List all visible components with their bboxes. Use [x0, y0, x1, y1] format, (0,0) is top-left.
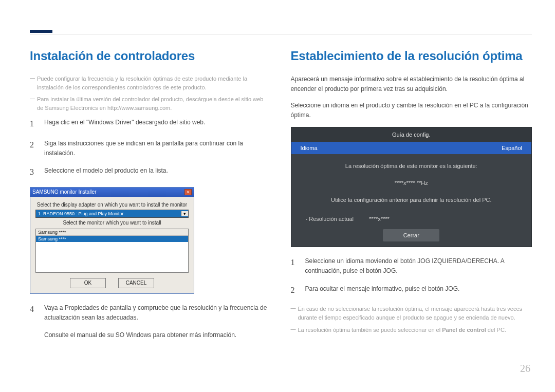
step-item: 1 Haga clic en el "Windows Driver" desca…: [30, 118, 271, 130]
dropdown-value: 1. RADEON 9550 : Plug and Play Monitor: [36, 211, 181, 216]
step-item: 1 Seleccione un idioma moviendo el botón…: [291, 256, 532, 275]
step-number: 2: [30, 139, 37, 158]
note-text: Puede configurar la frecuencia y la reso…: [30, 74, 271, 92]
step-text: Siga las instrucciones que se indican en…: [44, 139, 271, 158]
osd-message: La resolución óptima de este monitor es …: [291, 154, 532, 212]
installer-dialog: SAMSUNG monitor Installer × Select the d…: [30, 187, 194, 294]
installer-title: SAMSUNG monitor Installer: [32, 189, 96, 195]
step-item: 3 Seleccione el modelo del producto en l…: [30, 166, 271, 179]
adapter-dropdown[interactable]: 1. RADEON 9550 : Plug and Play Monitor ▾: [35, 210, 189, 218]
installer-buttons: OK CANCEL: [35, 273, 189, 288]
osd-resolution-row: Resolución actual ****x****: [291, 212, 532, 229]
chevron-down-icon[interactable]: ▾: [181, 211, 188, 216]
step-item: 2 Para ocultar el mensaje informativo, p…: [291, 284, 532, 297]
left-column: Instalación de controladores Puede confi…: [30, 49, 271, 371]
right-heading: Establecimiento de la resolución óptima: [291, 49, 532, 63]
note-span: del PC.: [486, 327, 506, 333]
step-text: Seleccione el modelo del producto en la …: [44, 166, 271, 179]
note-text: Para instalar la última versión del cont…: [30, 95, 271, 113]
step-number: 3: [30, 166, 37, 179]
osd-msg-line: ****x**** **Hz: [307, 178, 516, 188]
step-text: Seleccione un idioma moviendo el botón J…: [305, 256, 532, 275]
osd-close-button[interactable]: Cerrar: [383, 229, 439, 241]
step-number: 2: [291, 284, 298, 297]
osd-msg-line: La resolución óptima de este monitor es …: [307, 161, 516, 171]
osd-title: Guía de config.: [291, 127, 532, 142]
osd-msg-line: Utilice la configuración anterior para d…: [307, 195, 516, 205]
left-aftertext: Consulte el manual de su SO Windows para…: [44, 330, 271, 340]
monitor-listbox[interactable]: Samsung **** Samsung ****: [35, 229, 189, 273]
osd-panel: Guía de config. Idioma Español La resolu…: [291, 127, 532, 247]
step-number: 4: [30, 303, 37, 322]
step-item: 4 Vaya a Propiedades de pantalla y compr…: [30, 303, 271, 322]
page-number: 26: [520, 363, 530, 375]
osd-language-row[interactable]: Idioma Español: [291, 142, 532, 154]
step-text: Haga clic en el "Windows Driver" descarg…: [44, 118, 271, 130]
osd-res-value: ****x****: [369, 216, 390, 222]
top-divider: [30, 34, 532, 34]
right-intro: Seleccione un idioma en el producto y ca…: [291, 101, 532, 120]
left-heading: Instalación de controladores: [30, 49, 271, 63]
left-steps-cont: 4 Vaya a Propiedades de pantalla y compr…: [30, 303, 271, 322]
step-item: 2 Siga las instrucciones que se indican …: [30, 139, 271, 158]
right-column: Establecimiento de la resolución óptima …: [291, 49, 532, 371]
step-number: 1: [291, 256, 298, 275]
installer-label: Select the monitor which you want to ins…: [35, 218, 189, 228]
step-text: Para ocultar el mensaje informativo, pul…: [305, 284, 532, 297]
step-number: 1: [30, 118, 37, 130]
osd-row-label: Idioma: [301, 145, 318, 151]
note-span: La resolución óptima también se puede se…: [298, 327, 442, 333]
osd-res-label: Resolución actual: [306, 216, 354, 222]
page-content: Instalación de controladores Puede confi…: [30, 49, 532, 371]
list-item[interactable]: Samsung ****: [36, 236, 188, 242]
installer-label: Select the display adapter on which you …: [35, 200, 189, 210]
list-header: Samsung ****: [36, 229, 188, 236]
installer-body: Select the display adapter on which you …: [30, 197, 194, 293]
note-text: En caso de no seleccionarse la resolució…: [291, 305, 532, 322]
section-marker: [30, 30, 52, 33]
note-bold: Panel de control: [442, 327, 486, 333]
osd-row-value: Español: [502, 145, 522, 151]
left-steps: 1 Haga clic en el "Windows Driver" desca…: [30, 118, 271, 179]
cancel-button[interactable]: CANCEL: [118, 278, 154, 288]
step-text: Vaya a Propiedades de pantalla y comprue…: [44, 303, 271, 322]
right-intro: Aparecerá un mensaje informativo sobre e…: [291, 74, 532, 94]
right-steps: 1 Seleccione un idioma moviendo el botón…: [291, 256, 532, 296]
installer-titlebar: SAMSUNG monitor Installer ×: [30, 188, 194, 197]
note-text: La resolución óptima también se puede se…: [291, 326, 532, 334]
close-icon[interactable]: ×: [184, 189, 192, 195]
ok-button[interactable]: OK: [70, 278, 106, 288]
